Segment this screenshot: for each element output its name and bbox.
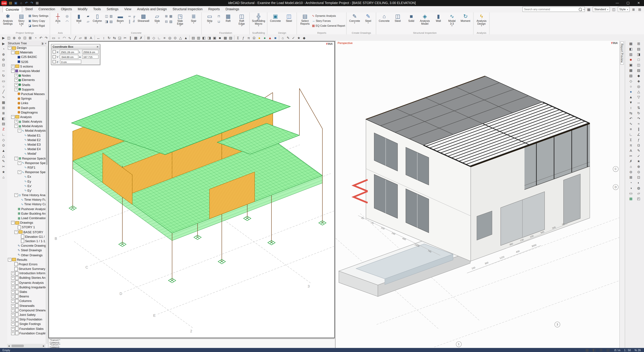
button-story-list[interactable]: ▤Story List▾ [15,13,28,31]
maximize-button[interactable]: ▢ [623,0,634,6]
expander-icon[interactable]: − [11,51,15,54]
right-tool-34-icon[interactable]: ∟ [628,132,634,137]
tree-item-steel-drawings[interactable]: ✎Steel Drawings [7,248,46,253]
button-wall[interactable]: ▮Wall▾ [72,13,85,31]
tree-item-dash-pots[interactable]: Dash-pots [7,105,46,110]
left-tool-8-icon[interactable]: ○ [1,83,6,89]
toolbar-4-icon[interactable]: ⊡ [22,35,28,40]
right-tool-49-icon[interactable]: ⊙ [636,169,641,174]
right-tool-15-icon[interactable]: ◈ [636,78,641,83]
right-tool-47-icon[interactable]: ⊕ [636,164,641,169]
right-tool-41-icon[interactable]: ✎ [636,148,641,153]
toolbar-0-icon[interactable]: ▶ [1,35,6,40]
expander-icon[interactable]: + [11,299,15,303]
right-tool-39-icon[interactable]: Ω [636,142,641,148]
right-tool-16-icon[interactable]: ○ [628,83,634,89]
coordinate-box-title[interactable]: Coordinate Box ✕ [51,44,100,49]
toolbar-1-icon[interactable]: ◫ [6,35,12,40]
tab-concrete[interactable]: Concrete [2,6,22,13]
tree-item-building-irregularitie-[interactable]: +Building Irregularitie... [7,285,46,289]
button-analysis-settings[interactable]: ✱Analysis Settings [1,13,14,31]
left-tool-24-icon[interactable]: ★ [1,169,6,174]
button-eq-code-general-report[interactable]: ▦EQ Code General Report [312,24,345,28]
button-strip[interactable]: ▭Strip▾ [203,13,216,31]
tree-item-diaphragms[interactable]: Diaphragms [7,110,46,114]
toolbar-45-icon[interactable]: ▨ [228,35,233,40]
left-tool-7-icon[interactable]: ▭ [1,78,6,83]
right-tool-24-icon[interactable]: ↕ [628,105,634,110]
tab-structural-inspection[interactable]: Structural Inspection [170,6,206,13]
button-select-reports[interactable]: ▤Select Reports [298,13,312,31]
right-tool-46-icon[interactable]: ⌂ [628,164,634,169]
tree-item-rsf1[interactable]: ∿RSF1 [7,165,46,170]
tab-analysis-and-design[interactable]: Analysis and Design [134,6,170,13]
tree-item-shearwalls[interactable]: +Shearwalls [7,303,46,308]
expander-icon[interactable]: − [11,115,15,119]
toolbar-34-icon[interactable]: ⊙ [172,35,178,40]
tree-item-modal-e3[interactable]: ∿Modal E3 [7,142,46,147]
tree-item-modal-e1[interactable]: ∿Modal E1 [7,133,46,137]
toolbar-38-icon[interactable]: ▤ [190,35,196,40]
right-tool-53-icon[interactable]: ◐ [636,180,641,185]
tree-item-concrete-drawing-[interactable]: ✎Concrete Drawing... [7,244,46,248]
right-tool-2-icon[interactable]: ◧ [628,46,634,51]
left-tool-3-icon[interactable]: ⊖ [1,57,6,62]
expander-icon[interactable]: + [11,313,15,317]
expander-icon[interactable]: + [14,74,18,77]
right-tool-22-icon[interactable]: ▼ [628,100,634,105]
right-tool-4-icon[interactable]: ▥ [628,51,634,57]
quick-access-0-icon[interactable]: ▤ [8,1,13,5]
menu-pre-0-icon[interactable]: ▦ [586,7,592,12]
tree-item-materials[interactable]: −Materials [7,50,46,55]
left-tool-15-icon[interactable]: ▤ [1,121,6,126]
l-value-field[interactable]: 2559.9 cm [82,50,98,54]
expander-icon[interactable]: + [11,272,15,275]
right-tool-5-icon[interactable]: ◨ [636,51,641,57]
small-tool-1-icon[interactable]: ║ [127,19,132,24]
toolbar-19-icon[interactable]: ↔ [96,35,101,40]
tab-drawings[interactable]: Drawings [223,6,242,13]
right-tool-32-icon[interactable]: ≡ [628,126,634,132]
tree-item-modal-[interactable]: ∿Modal' [7,151,46,156]
right-tool-27-icon[interactable]: ↻ [636,110,641,116]
scroll-thumb[interactable] [12,344,24,347]
menu-mid-0-icon[interactable]: ◫ [611,7,616,12]
tree-item-single-footings[interactable]: +Single Footings [7,322,46,326]
right-tool-55-icon[interactable]: ◍ [636,185,641,191]
tab-modify[interactable]: Modify [75,6,90,13]
left-tool-25-icon[interactable]: ⌂ [1,174,6,180]
small-tool-2-icon[interactable]: ▦ [168,14,173,19]
button-concrete[interactable]: ✎Concrete▾ [348,13,361,31]
right-tool-21-icon[interactable]: ▽ [636,94,641,100]
close-icon[interactable]: ✕ [44,42,47,45]
right-tool-13-icon[interactable]: ◆ [636,73,641,78]
tab-steel[interactable]: Steel [22,6,36,13]
button-modal-3-3[interactable]: ∿Modal 3-3▾ [446,13,458,31]
tree-item-strip-foundation[interactable]: +Strip Foundation [7,317,46,322]
right-tool-14-icon[interactable]: ◇ [628,78,634,83]
tree-item-beams[interactable]: +Beams [7,294,46,299]
button-axis[interactable]: ┼Axis▾ [51,13,64,31]
tab-view[interactable]: View [122,6,134,13]
expander-icon[interactable]: + [11,308,15,312]
toolbar-24-icon[interactable]: ✂ [122,35,128,40]
button-column[interactable]: ▯Column▾ [91,13,104,31]
right-tool-17-icon[interactable]: ◎ [636,83,641,89]
tab-settings[interactable]: Settings [104,6,122,13]
toolbar-30-icon[interactable]: ◇ [151,35,156,40]
small-tool-1-icon[interactable]: ◨ [104,19,109,24]
right-tool-59-icon[interactable]: ◰ [636,196,641,201]
search-dropdown-icon[interactable]: ▾ [584,8,584,11]
tree-item-time-history-anal-[interactable]: −⊙Time History Anal... [7,193,46,198]
tree-vertical-scrollbar[interactable] [46,46,48,344]
right-tool-19-icon[interactable]: △ [636,89,641,94]
scroll-left-icon[interactable]: ◀ [7,344,11,347]
x-checkbox[interactable] [52,50,56,54]
right-tool-0-icon[interactable]: ▦ [628,41,634,46]
right-tool-11-icon[interactable]: ▨ [636,68,641,73]
button-steel[interactable]: ✎Steel▾ [362,13,375,31]
quick-access-2-icon[interactable]: ⌂ [19,1,24,5]
status-1-icon[interactable]: ◧ [591,347,597,352]
toolbar-44-icon[interactable]: ▩ [222,35,228,40]
small-tool-2-icon[interactable]: ╔ [132,14,136,19]
